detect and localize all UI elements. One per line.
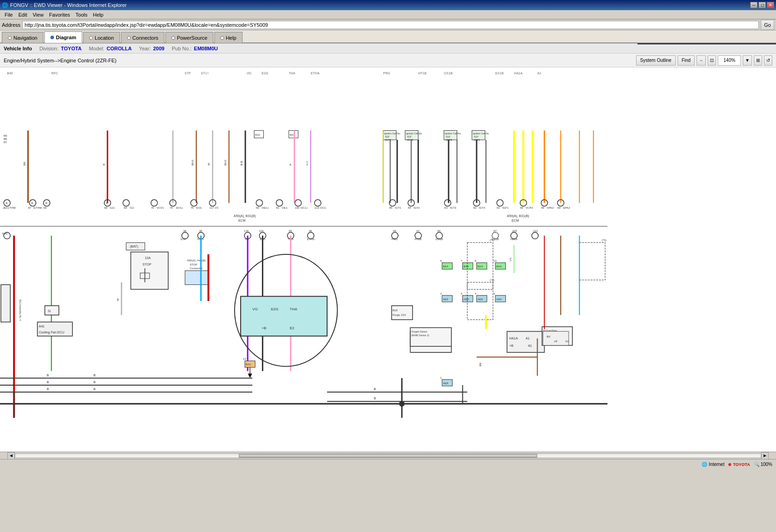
- svg-text:116: 116: [259, 230, 264, 232]
- menu-favorites[interactable]: Favorites: [46, 12, 73, 18]
- svg-text:B9: B9: [547, 335, 551, 338]
- svg-text:ETHW: ETHW: [34, 206, 42, 209]
- menu-view[interactable]: View: [30, 12, 47, 18]
- svg-rect-243: [45, 306, 59, 315]
- svg-text:IGF: IGF: [446, 135, 450, 138]
- svg-rect-248: [1, 284, 10, 322]
- svg-text:E2: E2: [290, 326, 294, 330]
- svg-rect-191: [185, 271, 209, 284]
- svg-text:(*3): (*3): [490, 239, 494, 242]
- svg-text:ETHA: ETHA: [311, 72, 320, 75]
- tab-location[interactable]: Location: [83, 32, 120, 43]
- svg-text:G2-: G2-: [130, 206, 134, 209]
- svg-text:AE8: AE8: [443, 382, 449, 385]
- wiring-diagram-svg: B40 RFC STP ST1+ VG E2G THA ETHA PRG HT1…: [0, 67, 776, 469]
- zoom-in-button[interactable]: ⊞: [754, 55, 762, 66]
- go-button[interactable]: Go: [761, 20, 774, 30]
- svg-text:VG: VG: [247, 72, 251, 75]
- svg-text:AE6: AE6: [478, 298, 483, 301]
- close-button[interactable]: ✕: [767, 2, 774, 8]
- svg-text:98: 98: [124, 206, 127, 209]
- svg-rect-296: [543, 332, 569, 345]
- svg-text:56: 56: [541, 206, 544, 209]
- h-scroll-thumb[interactable]: [239, 454, 537, 458]
- horizontal-scrollbar[interactable]: ◀ ▶: [0, 452, 776, 459]
- system-outline-button[interactable]: System Outline: [636, 55, 676, 66]
- main-content: Engine/Hybrid System-->Engine Control (2…: [0, 54, 776, 469]
- tab-power-source[interactable]: PowerSource: [165, 32, 213, 43]
- svg-text:OE1+: OE1+: [262, 206, 269, 209]
- svg-text:100: 100: [295, 206, 300, 209]
- svg-text:99: 99: [104, 206, 108, 209]
- svg-text:76: 76: [170, 206, 173, 209]
- svg-text:B6: B6: [4, 138, 7, 140]
- svg-text:109: 109: [512, 230, 517, 232]
- svg-text:82: 82: [473, 206, 477, 209]
- svg-text:B: B: [47, 381, 49, 384]
- svg-text:Cooling Fan ECU: Cooling Fan ECU: [39, 331, 64, 334]
- svg-text:60: 60: [256, 206, 259, 209]
- svg-text:81: 81: [497, 206, 500, 209]
- svg-text:A50(A), B31(B): A50(A), B31(B): [507, 214, 529, 218]
- find-button[interactable]: Find: [678, 55, 695, 66]
- svg-text:B: B: [93, 374, 96, 377]
- svg-text:B: B: [47, 374, 49, 377]
- svg-text:IGT4: IGT4: [479, 206, 485, 209]
- svg-text:83: 83: [444, 206, 448, 209]
- svg-text:97: 97: [28, 206, 31, 209]
- menu-tools[interactable]: Tools: [73, 12, 91, 18]
- svg-text:Ignition Cell No.: Ignition Cell No.: [445, 132, 461, 135]
- refresh-button[interactable]: ↺: [764, 55, 772, 66]
- model-key: Model:: [89, 46, 104, 51]
- scroll-right-button[interactable]: ▶: [761, 452, 769, 459]
- address-input[interactable]: [22, 21, 759, 29]
- svg-text:B: B: [106, 202, 108, 205]
- zoom-out-button[interactable]: －: [697, 55, 706, 66]
- svg-text:123: 123: [315, 206, 320, 209]
- menu-help[interactable]: Help: [90, 12, 106, 18]
- svg-text:B: B: [45, 202, 47, 205]
- svg-text:B: B: [93, 381, 96, 384]
- zoom-level-display: 140%: [718, 55, 741, 66]
- title-text: 🌐 FONGV :: EWD Viewer - Windows Internet…: [2, 2, 127, 8]
- tab-diagram[interactable]: Diagram: [44, 31, 82, 43]
- division-key: Division:: [39, 46, 59, 51]
- svg-text:IGT1: IGT1: [395, 206, 401, 209]
- svg-text:(*3): (*3): [490, 279, 494, 282]
- svg-text:B: B: [374, 387, 376, 391]
- tab-help[interactable]: Help: [214, 32, 242, 43]
- minimize-button[interactable]: ─: [750, 2, 758, 8]
- status-right: 🌐 Internet ⊕ TOYOTA 🔍 100%: [702, 462, 772, 467]
- svg-text:B12 Assembly No. 4: B12 Assembly No. 4: [19, 300, 22, 321]
- svg-text:BA4: BA4: [464, 265, 469, 268]
- zoom-select-button[interactable]: ▼: [743, 55, 752, 66]
- tab-connectors[interactable]: Connectors: [121, 32, 164, 43]
- year-key: Year:: [139, 46, 151, 51]
- h-scroll-track[interactable]: [15, 453, 761, 458]
- svg-rect-287: [392, 306, 413, 320]
- radio-location: [89, 36, 93, 40]
- svg-text:G2+: G2+: [110, 206, 115, 209]
- menu-edit[interactable]: Edit: [16, 12, 30, 18]
- restore-button[interactable]: ◻: [758, 2, 766, 8]
- svg-text:BR-R: BR-R: [224, 160, 227, 166]
- svg-text:LG: LG: [509, 257, 512, 261]
- svg-text:+B: +B: [262, 326, 267, 330]
- title-icon: 🌐: [2, 2, 8, 8]
- svg-text:Ignition Cell No.: Ignition Cell No.: [473, 132, 490, 135]
- svg-rect-198: [241, 296, 327, 336]
- scroll-left-button[interactable]: ◀: [7, 452, 15, 459]
- zoom-fit-button[interactable]: ⊡: [708, 55, 716, 66]
- svg-text:R: R: [103, 163, 105, 165]
- pub-key: Pub No.:: [172, 46, 192, 51]
- menu-file[interactable]: File: [2, 12, 16, 18]
- svg-text:64: 64: [437, 230, 441, 232]
- svg-text:(BANK Sensor 2): (BANK Sensor 2): [411, 334, 429, 337]
- window-controls[interactable]: ─ ◻ ✕: [750, 2, 774, 8]
- svg-text:AE6: AE6: [464, 298, 469, 301]
- svg-text:HA1A: HA1A: [510, 238, 518, 241]
- tab-navigation[interactable]: Navigation: [2, 32, 43, 43]
- svg-text:OE1-: OE1-: [282, 206, 288, 209]
- diagram-canvas[interactable]: B40 RFC STP ST1+ VG E2G THA ETHA PRG HT1…: [0, 67, 776, 469]
- svg-text:69: 69: [558, 206, 561, 209]
